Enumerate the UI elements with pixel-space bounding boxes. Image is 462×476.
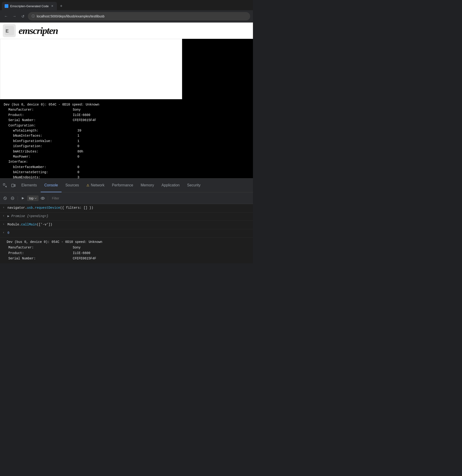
console-text-part: requestDevice [35,206,60,210]
tab-memory-label: Memory [140,183,154,187]
console-text-part: ]) [48,223,52,226]
tab-security[interactable]: Security [183,178,204,192]
console-toolbar: top [0,192,253,204]
svg-marker-9 [22,197,24,199]
sub-terminal-line: Product: ILCE-6600 [3,251,250,256]
tab-network-label: Network [91,183,105,187]
console-text-part: 0 [8,231,9,235]
svg-rect-4 [14,185,15,187]
console-text-part: Module. [8,223,21,226]
terminal-line: bNumInterfaces: 1 [4,133,249,138]
emscripten-title: emscripten [19,25,58,36]
console-text-part: '-v' [41,223,49,226]
svg-rect-2 [3,184,5,185]
svg-point-10 [42,197,43,199]
console-line-1: › navigator.usb.requestDevice({ filters:… [0,204,253,212]
tab-bar: 🌐 Emscripten-Generated Code ✕ + [0,0,253,10]
address-info-icon: ⓘ [32,14,35,18]
tab-favicon: 🌐 [5,4,8,8]
tab-application-label: Application [161,183,180,187]
sub-terminal-line: Dev (bus 0, device 0): 054C - 0D10 speed… [3,239,250,245]
sub-terminal-output: Dev (bus 0, device 0): 054C - 0D10 speed… [0,238,253,263]
eye-button[interactable] [40,195,46,202]
canvas-black [182,39,253,99]
tab-performance[interactable]: Performance [108,178,137,192]
terminal-output: Dev (bus 0, device 0): 054C - 0D10 speed… [0,99,253,178]
terminal-line: bAlternateSetting: 0 [4,170,249,175]
tab-security-label: Security [187,183,200,187]
tab-close-button[interactable]: ✕ [50,4,54,8]
toolbar-separator [18,196,18,201]
console-text-part: Promise {<pending>} [11,214,49,218]
terminal-line: Serial Number: CFEFE0615F4F [4,118,249,123]
tab-title: Emscripten-Generated Code [10,4,49,8]
tab-memory[interactable]: Memory [137,178,158,192]
inspect-element-button[interactable] [1,182,9,189]
terminal-line: bNumEndpoints: 3 [4,175,249,178]
console-line-4: ‹ 0 [0,229,253,238]
tab-performance-label: Performance [112,183,133,187]
sub-terminal-line: Serial Number: CFEFE0615F4F [3,256,250,262]
tab-elements[interactable]: Elements [18,178,41,192]
tab-console-label: Console [44,183,58,187]
console-arrow-out-2: ‹ [3,230,8,235]
console-text-part: ([ [37,223,41,226]
terminal-line: Manufacturer: Sony [4,107,249,112]
terminal-line: bInterfaceNumber: 0 [4,165,249,170]
console-text-4: 0 [8,230,250,235]
page-header: E emscripten [0,23,253,39]
terminal-line: Configuration: [4,123,249,128]
terminal-line: bConfigurationValue: 1 [4,138,249,144]
svg-rect-3 [12,184,14,187]
nav-bar: ← → ↺ ⓘ localhost:5000/deps/libusb/examp… [0,10,253,22]
console-text-part: . [33,206,35,210]
tab-sources[interactable]: Sources [62,178,83,192]
page-content: E emscripten [0,23,253,99]
terminal-line: Dev (bus 0, device 0): 054C - 0D10 speed… [4,102,249,107]
devtools-tab-bar: Elements Console Sources ⚠ Network Perfo… [0,178,253,192]
address-bar[interactable]: ⓘ localhost:5000/deps/libusb/examples/te… [28,12,250,20]
terminal-line: iConfiguration: 0 [4,144,249,149]
context-label: top [29,196,33,200]
clear-console-button[interactable] [2,195,8,202]
forward-button[interactable]: → [11,13,18,19]
execute-button[interactable] [20,195,26,202]
terminal-line: wTotalLength: 39 [4,128,249,133]
sub-terminal-line: Manufacturer: Sony [3,245,250,251]
svg-line-6 [4,197,6,199]
console-text-part: navigator. [8,206,27,210]
console-text-2: ▶ Promise {<pending>} [8,214,250,219]
back-button[interactable]: ← [3,13,9,19]
tab-sources-label: Sources [65,183,79,187]
context-selector[interactable]: top [27,196,39,201]
url-text: localhost:5000/deps/libusb/examples/test… [37,14,105,18]
tab-network[interactable]: ⚠ Network [83,178,108,192]
canvas-area [0,39,253,99]
console-text-part: callMain [21,223,37,226]
device-toolbar-button[interactable] [10,182,17,189]
console-arrow-in-1: › [3,205,8,210]
tab-console[interactable]: Console [41,178,62,192]
console-text-part: ({ filters: [] }) [60,206,93,210]
console-line-2: ‹ ▶ Promise {<pending>} [0,212,253,221]
terminal-line: MaxPower: 0 [4,154,249,159]
browser-tab[interactable]: 🌐 Emscripten-Generated Code ✕ [2,2,57,10]
reload-button[interactable]: ↺ [19,13,26,19]
console-text-3: Module.callMain(['-v']) [8,222,250,227]
terminal-line: Interface: [4,159,249,164]
console-filter-input[interactable] [50,196,251,201]
terminal-line: bmAttributes: 80h [4,149,249,154]
terminal-line: Product: ILCE-6600 [4,112,249,118]
tab-application[interactable]: Application [158,178,183,192]
new-tab-button[interactable]: + [58,3,64,9]
console-arrow-in-2: › [3,222,8,226]
no-icon-button[interactable] [9,195,16,202]
console-text-part: usb [27,206,33,210]
devtools-panel: Elements Console Sources ⚠ Network Perfo… [0,178,253,263]
console-arrow-out-1: ‹ [3,214,8,218]
toolbar-separator-2 [48,196,48,201]
console-text-part: ▶ [8,214,11,218]
tab-elements-label: Elements [21,183,37,187]
console-line-3: › Module.callMain(['-v']) [0,221,253,229]
svg-text:E: E [6,28,8,34]
